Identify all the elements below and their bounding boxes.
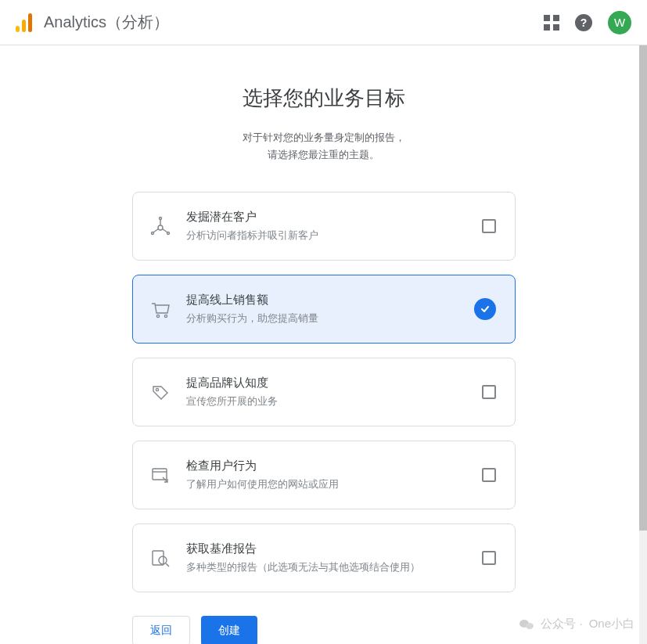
page-subtitle: 对于针对您的业务量身定制的报告， 请选择您最注重的主题。 bbox=[243, 129, 405, 164]
option-title: 获取基准报告 bbox=[186, 541, 482, 556]
cart-icon bbox=[149, 297, 180, 321]
svg-point-3 bbox=[158, 225, 163, 230]
analytics-logo-icon bbox=[16, 13, 33, 32]
svg-point-12 bbox=[156, 389, 158, 391]
svg-rect-13 bbox=[153, 469, 167, 480]
create-button[interactable]: 创建 bbox=[201, 616, 257, 644]
help-icon[interactable]: ? bbox=[575, 14, 592, 31]
option-sales[interactable]: 提高线上销售额 分析购买行为，助您提高销量 bbox=[132, 275, 516, 344]
svg-line-5 bbox=[153, 229, 158, 233]
topbar-right: ? W bbox=[544, 11, 631, 34]
svg-point-10 bbox=[156, 315, 159, 318]
brand-title: Analytics（分析） bbox=[44, 12, 169, 33]
option-desc: 分析购买行为，助您提高销量 bbox=[186, 312, 474, 326]
watermark: 公众号 · One小白 bbox=[519, 617, 634, 631]
page-title: 选择您的业务目标 bbox=[243, 85, 405, 112]
option-text: 发掘潜在客户 分析访问者指标并吸引新客户 bbox=[180, 210, 482, 243]
magnify-icon bbox=[149, 546, 180, 570]
scrollbar[interactable] bbox=[639, 45, 647, 644]
back-button[interactable]: 返回 bbox=[132, 616, 190, 644]
scrollbar-thumb[interactable] bbox=[639, 45, 647, 531]
option-text: 提高线上销售额 分析购买行为，助您提高销量 bbox=[180, 293, 474, 326]
option-text: 检查用户行为 了解用户如何使用您的网站或应用 bbox=[180, 459, 482, 491]
checkmark-icon bbox=[480, 304, 491, 315]
topbar: Analytics（分析） ? W bbox=[0, 0, 647, 45]
svg-rect-1 bbox=[22, 20, 26, 32]
option-desc: 分析访问者指标并吸引新客户 bbox=[186, 229, 482, 243]
option-text: 获取基准报告 多种类型的报告（此选项无法与其他选项结合使用） bbox=[180, 541, 482, 574]
svg-point-9 bbox=[167, 232, 169, 235]
svg-rect-2 bbox=[28, 13, 32, 32]
avatar[interactable]: W bbox=[608, 11, 631, 34]
leads-icon bbox=[149, 214, 180, 238]
apps-icon[interactable] bbox=[544, 15, 559, 31]
options-list: 发掘潜在客户 分析访问者指标并吸引新客户 提高线上销售额 分析购买行为，助您提高… bbox=[132, 192, 516, 592]
subtitle-line-2: 请选择您最注重的主题。 bbox=[243, 146, 405, 164]
option-leads[interactable]: 发掘潜在客户 分析访问者指标并吸引新客户 bbox=[132, 192, 516, 261]
svg-point-11 bbox=[164, 315, 167, 318]
watermark-name: One小白 bbox=[589, 617, 634, 631]
svg-rect-0 bbox=[16, 26, 20, 32]
tag-icon bbox=[149, 380, 180, 404]
option-desc: 多种类型的报告（此选项无法与其他选项结合使用） bbox=[186, 561, 482, 574]
checkbox[interactable] bbox=[482, 385, 496, 399]
brand: Analytics（分析） bbox=[16, 12, 169, 33]
option-text: 提高品牌认知度 宣传您所开展的业务 bbox=[180, 376, 482, 408]
option-desc: 了解用户如何使用您的网站或应用 bbox=[186, 478, 482, 491]
svg-line-17 bbox=[166, 563, 169, 567]
svg-rect-15 bbox=[153, 551, 164, 565]
option-title: 检查用户行为 bbox=[186, 459, 482, 473]
svg-point-19 bbox=[526, 623, 534, 629]
option-baseline[interactable]: 获取基准报告 多种类型的报告（此选项无法与其他选项结合使用） bbox=[132, 523, 516, 592]
checkbox[interactable] bbox=[482, 468, 496, 482]
browser-icon bbox=[149, 463, 180, 487]
option-title: 发掘潜在客户 bbox=[186, 210, 482, 225]
actions: 返回 创建 bbox=[132, 616, 516, 644]
svg-line-6 bbox=[162, 229, 167, 233]
option-title: 提高品牌认知度 bbox=[186, 376, 482, 390]
checkbox[interactable] bbox=[482, 219, 496, 233]
option-desc: 宣传您所开展的业务 bbox=[186, 395, 482, 408]
option-title: 提高线上销售额 bbox=[186, 293, 474, 308]
svg-point-8 bbox=[151, 232, 153, 235]
wechat-icon bbox=[519, 617, 534, 631]
option-behavior[interactable]: 检查用户行为 了解用户如何使用您的网站或应用 bbox=[132, 441, 516, 509]
svg-point-16 bbox=[159, 556, 167, 564]
option-brand[interactable]: 提高品牌认知度 宣传您所开展的业务 bbox=[132, 358, 516, 426]
checkbox[interactable] bbox=[482, 551, 496, 565]
svg-point-7 bbox=[159, 218, 161, 220]
checkbox-checked[interactable] bbox=[474, 298, 496, 320]
watermark-prefix: 公众号 · bbox=[541, 617, 582, 631]
main: 选择您的业务目标 对于针对您的业务量身定制的报告， 请选择您最注重的主题。 发掘… bbox=[0, 45, 647, 644]
subtitle-line-1: 对于针对您的业务量身定制的报告， bbox=[243, 129, 405, 146]
